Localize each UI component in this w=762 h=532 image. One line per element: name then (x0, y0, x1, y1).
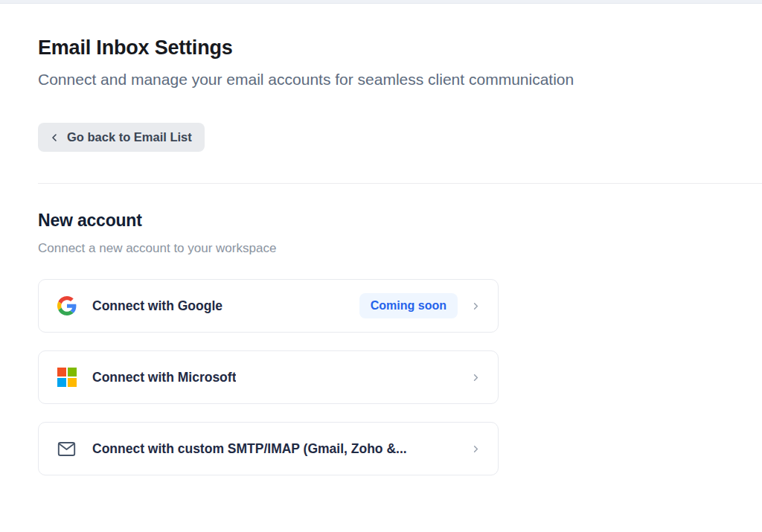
chevron-right-icon (470, 301, 481, 312)
microsoft-logo-icon (57, 368, 77, 388)
google-logo-icon (57, 296, 77, 316)
connect-google-label: Connect with Google (92, 298, 222, 314)
chevron-right-icon (470, 372, 481, 383)
connect-smtp-imap-card[interactable]: Connect with custom SMTP/IMAP (Gmail, Zo… (38, 422, 499, 475)
new-account-heading: New account (38, 211, 762, 231)
page-subtitle: Connect and manage your email accounts f… (38, 71, 762, 89)
section-divider (38, 183, 762, 184)
connect-smtp-imap-label: Connect with custom SMTP/IMAP (Gmail, Zo… (92, 441, 407, 457)
envelope-icon (57, 439, 77, 459)
connect-microsoft-label: Connect with Microsoft (92, 370, 236, 385)
new-account-subheading: Connect a new account to your workspace (38, 241, 762, 256)
page-title: Email Inbox Settings (38, 36, 762, 60)
coming-soon-badge: Coming soon (359, 293, 458, 318)
chevron-left-icon (48, 132, 60, 144)
connect-google-card[interactable]: Connect with Google Coming soon (38, 279, 499, 333)
connect-microsoft-card[interactable]: Connect with Microsoft (38, 350, 499, 404)
go-back-button-label: Go back to Email List (67, 130, 192, 144)
go-back-button[interactable]: Go back to Email List (38, 123, 205, 152)
email-settings-page: Email Inbox Settings Connect and manage … (0, 4, 762, 475)
account-options-list: Connect with Google Coming soon Connect … (38, 279, 499, 475)
chevron-right-icon (470, 443, 481, 455)
